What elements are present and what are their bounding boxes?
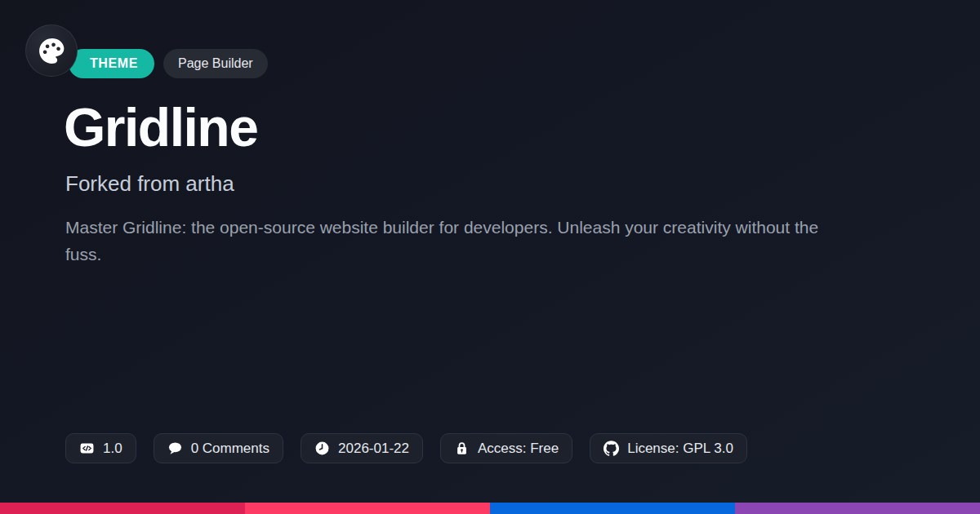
lock-icon (454, 441, 470, 456)
page-title: Gridline (64, 96, 257, 158)
access-chip[interactable]: Access: Free (440, 433, 572, 463)
meta-badge-row: 1.0 0 Comments 2026-01-22 (65, 433, 747, 463)
version-label: 1.0 (103, 441, 122, 457)
logo-badge (25, 24, 78, 77)
stripe-segment-blue (490, 503, 735, 514)
license-chip[interactable]: License: GPL 3.0 (590, 433, 747, 463)
version-chip[interactable]: 1.0 (65, 433, 136, 463)
comments-label: 0 Comments (191, 441, 270, 457)
type-badge[interactable]: THEME (69, 49, 154, 78)
category-badge[interactable]: Page Builder (163, 49, 268, 78)
github-icon (604, 441, 619, 456)
comments-chip[interactable]: 0 Comments (154, 433, 283, 463)
license-label: License: GPL 3.0 (627, 441, 733, 457)
stripe-segment-rose (0, 503, 245, 514)
palette-icon (37, 36, 67, 66)
stripe-segment-purple (735, 503, 980, 514)
date-label: 2026-01-22 (338, 441, 409, 457)
access-label: Access: Free (478, 441, 559, 457)
description-text: Master Gridline: the open-source website… (65, 214, 829, 268)
theme-card: THEME Page Builder Gridline Forked from … (0, 0, 980, 514)
comment-icon (167, 441, 183, 456)
code-window-icon (79, 441, 95, 456)
footer-color-stripe (0, 503, 980, 514)
clock-icon (314, 441, 330, 456)
date-chip[interactable]: 2026-01-22 (301, 433, 423, 463)
fork-subtitle: Forked from artha (65, 171, 234, 197)
stripe-segment-pink (245, 503, 490, 514)
